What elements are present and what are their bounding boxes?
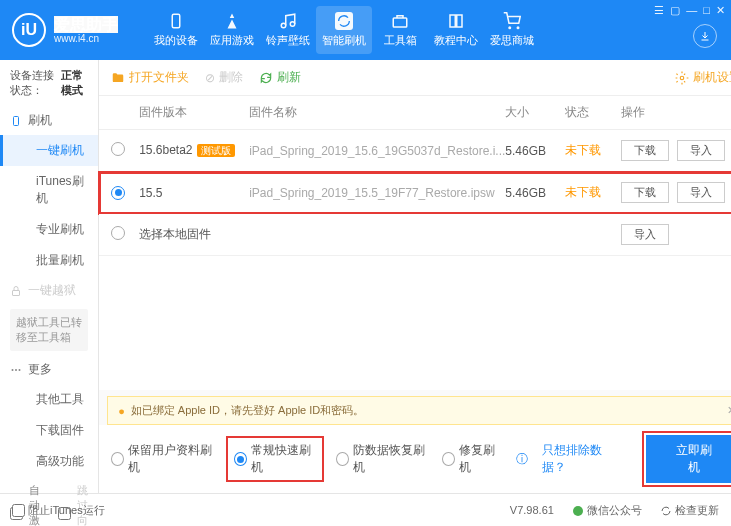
- sidebar-item-pro[interactable]: 专业刷机: [0, 214, 98, 245]
- svg-point-13: [573, 506, 583, 516]
- sidebar-item-batch[interactable]: 批量刷机: [0, 245, 98, 276]
- nav-mydevice[interactable]: 我的设备: [148, 6, 204, 54]
- svg-point-12: [681, 76, 685, 80]
- top-nav: 我的设备 应用游戏 铃声壁纸 智能刷机 工具箱 教程中心 爱思商城: [148, 6, 540, 54]
- download-button[interactable]: 下载: [621, 140, 669, 161]
- nav-apps[interactable]: 应用游戏: [204, 6, 260, 54]
- main-panel: 打开文件夹 ⊘ 删除 刷新 刷机设置 固件版本 固件名称 大小 状态 操作: [99, 60, 731, 493]
- svg-point-9: [15, 369, 17, 371]
- toolbox-icon: [391, 12, 409, 30]
- gear-icon: [675, 71, 689, 85]
- app-header: iU 爱思助手 www.i4.cn 我的设备 应用游戏 铃声壁纸 智能刷机 工具…: [0, 0, 731, 60]
- version-label: V7.98.61: [510, 504, 554, 516]
- refresh-icon: [335, 12, 353, 30]
- delete-icon: ⊘: [205, 71, 215, 85]
- info-icon[interactable]: ⓘ: [516, 451, 528, 468]
- nav-ringtone[interactable]: 铃声壁纸: [260, 6, 316, 54]
- refresh-icon: [259, 71, 273, 85]
- group-more[interactable]: 更多: [0, 355, 98, 384]
- radio-unchecked[interactable]: [111, 142, 125, 156]
- mode-keepdata[interactable]: 保留用户资料刷机: [111, 442, 214, 476]
- connection-status: 设备连接状态：正常模式: [0, 60, 98, 106]
- import-button[interactable]: 导入: [621, 224, 669, 245]
- logo-icon: iU: [12, 13, 46, 47]
- maximize-icon[interactable]: □: [703, 4, 710, 17]
- group-jailbreak[interactable]: 一键越狱: [0, 276, 98, 305]
- radio-unchecked[interactable]: [111, 226, 125, 240]
- sidebar-item-downloadfw[interactable]: 下载固件: [0, 415, 98, 446]
- import-button[interactable]: 导入: [677, 140, 725, 161]
- mode-normal[interactable]: 常规快速刷机: [228, 438, 321, 480]
- svg-rect-7: [13, 290, 20, 295]
- flash-settings-button[interactable]: 刷机设置: [675, 69, 731, 86]
- device-icon: [167, 12, 185, 30]
- wechat-link[interactable]: 微信公众号: [572, 503, 642, 518]
- radio-checked[interactable]: [111, 186, 125, 200]
- appleid-alert: ● 如已绑定 Apple ID，请先登好 Apple ID和密码。 ✕: [107, 396, 731, 425]
- warning-icon: ●: [118, 405, 125, 417]
- flash-mode-bar: 保留用户资料刷机 常规快速刷机 防数据恢复刷机 修复刷机 ⓘ 只想排除数据？ 立…: [99, 425, 731, 493]
- nav-flash[interactable]: 智能刷机: [316, 6, 372, 54]
- download-circle-icon[interactable]: [693, 24, 717, 48]
- svg-point-2: [290, 22, 295, 27]
- nav-store[interactable]: 爱思商城: [484, 6, 540, 54]
- import-button[interactable]: 导入: [677, 182, 725, 203]
- table-header: 固件版本 固件名称 大小 状态 操作: [99, 96, 731, 130]
- svg-point-5: [517, 27, 519, 29]
- sidebar-item-itunes[interactable]: iTunes刷机: [0, 166, 98, 214]
- download-button[interactable]: 下载: [621, 182, 669, 203]
- update-icon: [660, 505, 672, 517]
- app-title: 爱思助手: [54, 16, 118, 34]
- folder-icon: [111, 71, 125, 85]
- firmware-row-selected[interactable]: 15.5 iPad_Spring_2019_15.5_19F77_Restore…: [99, 172, 731, 214]
- svg-point-10: [19, 369, 21, 371]
- toolbar: 打开文件夹 ⊘ 删除 刷新 刷机设置: [99, 60, 731, 96]
- book-icon: [447, 12, 465, 30]
- svg-rect-0: [172, 14, 180, 28]
- refresh-button[interactable]: 刷新: [259, 69, 301, 86]
- beta-badge: 测试版: [197, 144, 235, 157]
- flash-now-button[interactable]: 立即刷机: [646, 435, 731, 483]
- logo: iU 爱思助手 www.i4.cn: [12, 13, 118, 47]
- nav-tutorial[interactable]: 教程中心: [428, 6, 484, 54]
- lock-icon: [10, 285, 22, 297]
- local-firmware-row[interactable]: 选择本地固件 导入: [99, 214, 731, 256]
- svg-point-8: [12, 369, 14, 371]
- svg-rect-6: [14, 116, 19, 125]
- nav-toolbox[interactable]: 工具箱: [372, 6, 428, 54]
- wechat-icon: [572, 505, 584, 517]
- alert-close-icon[interactable]: ✕: [727, 404, 731, 417]
- app-site: www.i4.cn: [54, 33, 118, 44]
- sidebar-item-othertools[interactable]: 其他工具: [0, 384, 98, 415]
- mode-antirecovery[interactable]: 防数据恢复刷机: [336, 442, 428, 476]
- phone-icon: [10, 115, 22, 127]
- block-itunes-checkbox[interactable]: [12, 504, 25, 517]
- sidebar: 设备连接状态：正常模式 刷机 一键刷机 iTunes刷机 专业刷机 批量刷机 一…: [0, 60, 99, 493]
- svg-point-1: [281, 23, 286, 28]
- svg-rect-3: [393, 18, 407, 27]
- exclude-data-link[interactable]: 只想排除数据？: [542, 442, 618, 476]
- status-bar: 阻止iTunes运行 V7.98.61 微信公众号 检查更新: [0, 493, 731, 526]
- sidebar-item-oneclick[interactable]: 一键刷机: [0, 135, 98, 166]
- skin-icon[interactable]: ▢: [670, 4, 680, 17]
- firmware-row[interactable]: 15.6beta2测试版 iPad_Spring_2019_15.6_19G50…: [99, 130, 731, 172]
- open-folder-button[interactable]: 打开文件夹: [111, 69, 189, 86]
- block-itunes-option[interactable]: 阻止iTunes运行: [12, 503, 105, 518]
- svg-point-4: [509, 27, 511, 29]
- check-update-link[interactable]: 检查更新: [660, 503, 719, 518]
- window-controls: ☰ ▢ — □ ✕: [654, 4, 725, 17]
- apps-icon: [223, 12, 241, 30]
- close-icon[interactable]: ✕: [716, 4, 725, 17]
- music-icon: [279, 12, 297, 30]
- cart-icon: [503, 12, 521, 30]
- more-icon: [10, 364, 22, 376]
- minimize-icon[interactable]: —: [686, 4, 697, 17]
- delete-button: ⊘ 删除: [205, 69, 243, 86]
- group-flash[interactable]: 刷机: [0, 106, 98, 135]
- mode-repair[interactable]: 修复刷机: [442, 442, 502, 476]
- jailbreak-note: 越狱工具已转移至工具箱: [10, 309, 88, 351]
- sidebar-item-advanced[interactable]: 高级功能: [0, 446, 98, 477]
- auto-activate-option[interactable]: 自动激活 跳过向导: [0, 477, 98, 526]
- menu-icon[interactable]: ☰: [654, 4, 664, 17]
